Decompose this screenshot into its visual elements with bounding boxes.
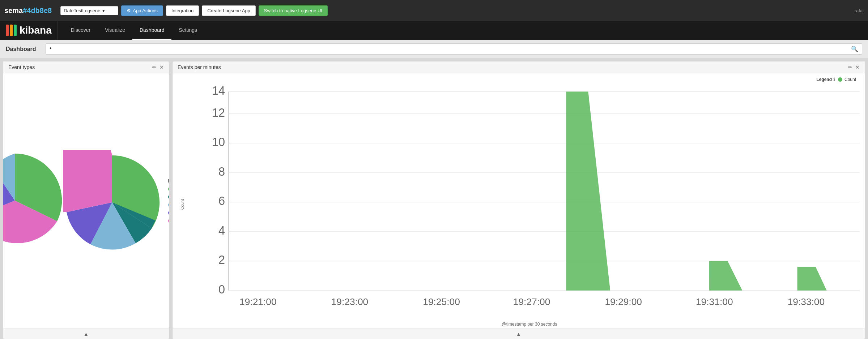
legend-dot-blue bbox=[168, 203, 169, 207]
svg-text:2: 2 bbox=[218, 253, 225, 266]
pie-chart bbox=[3, 146, 161, 256]
search-bar: Dashboard 🔍 bbox=[0, 40, 868, 58]
svg-text:19:27:00: 19:27:00 bbox=[513, 296, 550, 307]
collapse-button-right[interactable]: ▲ bbox=[516, 331, 521, 337]
close-icon-right[interactable]: ✕ bbox=[855, 64, 860, 70]
app-selector[interactable]: DateTestLogsene ▾ bbox=[60, 6, 118, 15]
kibana-stripes bbox=[6, 25, 17, 36]
app-selector-value: DateTestLogsene bbox=[64, 8, 100, 13]
panel-right-controls: ✏ ✕ bbox=[848, 64, 860, 70]
legend-area: Legend ℹ 4,799 903 4,624 bbox=[168, 179, 169, 223]
collapse-button-left[interactable]: ▲ bbox=[84, 331, 89, 337]
events-per-minutes-panel: Events per minutes ✏ ✕ Legend ℹ Count bbox=[172, 61, 865, 339]
svg-text:19:23:00: 19:23:00 bbox=[331, 296, 369, 307]
event-types-panel-header: Event types ✏ ✕ bbox=[3, 61, 169, 73]
search-input-wrap: 🔍 bbox=[46, 43, 862, 55]
chart-legend-title: Legend ℹ bbox=[816, 77, 835, 82]
event-types-footer: ▲ bbox=[3, 329, 169, 339]
search-icon[interactable]: 🔍 bbox=[851, 46, 858, 52]
pie-container: Legend ℹ 4,799 903 4,624 bbox=[7, 77, 165, 325]
chart-inner: 0 2 4 6 8 10 12 14 bbox=[188, 84, 860, 329]
svg-text:19:33:00: 19:33:00 bbox=[788, 296, 825, 307]
events-per-minutes-header: Events per minutes ✏ ✕ bbox=[173, 61, 865, 73]
nav-discover[interactable]: Discover bbox=[64, 21, 98, 40]
bar-small2 bbox=[797, 267, 827, 290]
y-axis-label-wrap: Count bbox=[178, 84, 188, 318]
svg-text:4: 4 bbox=[218, 224, 225, 237]
legend-item-0: 4,799 bbox=[168, 186, 169, 192]
kibana-text: kibana bbox=[20, 25, 52, 36]
events-chart-body: Legend ℹ Count Count bbox=[173, 73, 865, 329]
dashboard-label: Dashboard bbox=[6, 46, 42, 52]
pie-svg bbox=[63, 150, 161, 255]
kibana-logo: kibana bbox=[0, 21, 58, 40]
svg-text:14: 14 bbox=[212, 84, 225, 97]
x-axis-label: @timestamp per 30 seconds bbox=[188, 322, 860, 327]
info-icon-right: ℹ bbox=[833, 77, 835, 82]
integration-button[interactable]: Integration bbox=[166, 5, 199, 16]
kibana-nav-bar: kibana Discover Visualize Dashboard Sett… bbox=[0, 21, 868, 40]
create-logsene-app-button[interactable]: Create Logsene App bbox=[202, 5, 256, 16]
svg-text:19:21:00: 19:21:00 bbox=[239, 296, 277, 307]
gear-icon: ⚙ bbox=[127, 8, 131, 13]
svg-text:10: 10 bbox=[212, 136, 225, 149]
svg-text:6: 6 bbox=[218, 194, 225, 207]
legend-item-3: 4,672 bbox=[168, 210, 169, 215]
legend-dot-green bbox=[168, 187, 169, 191]
legend-item-2: 4,624 bbox=[168, 202, 169, 207]
user-label: rafal bbox=[855, 8, 864, 13]
edit-icon-right[interactable]: ✏ bbox=[848, 64, 852, 70]
svg-text:8: 8 bbox=[218, 165, 225, 178]
event-types-body: Legend ℹ 4,799 903 4,624 bbox=[3, 73, 169, 329]
legend-dot-purple bbox=[168, 211, 169, 215]
kibana-nav: Discover Visualize Dashboard Settings bbox=[64, 21, 204, 40]
panel-controls: ✏ ✕ bbox=[152, 64, 164, 70]
svg-text:19:31:00: 19:31:00 bbox=[696, 296, 733, 307]
events-per-minutes-title: Events per minutes bbox=[178, 64, 221, 70]
bar-small1 bbox=[709, 261, 742, 291]
svg-text:19:29:00: 19:29:00 bbox=[605, 296, 642, 307]
legend-dot-pink bbox=[168, 219, 169, 223]
stripe-orange bbox=[10, 25, 13, 36]
svg-text:12: 12 bbox=[212, 106, 225, 119]
legend-title: Legend ℹ bbox=[168, 179, 169, 184]
chart-legend-count: Count bbox=[838, 77, 856, 82]
legend-item-1: 903 bbox=[168, 194, 169, 199]
legend-item-4: 16,384 bbox=[168, 218, 169, 223]
chart-legend-row: Legend ℹ Count bbox=[178, 77, 860, 82]
pie-pink bbox=[63, 150, 112, 212]
chart-svg: 0 2 4 6 8 10 12 14 bbox=[199, 84, 860, 320]
nav-visualize[interactable]: Visualize bbox=[98, 21, 132, 40]
top-bar: sema#4db8e8 DateTestLogsene ▾ ⚙ App Acti… bbox=[0, 0, 868, 21]
stripe-red bbox=[6, 25, 9, 36]
stripe-green bbox=[14, 25, 17, 36]
sematext-logo: sema#4db8e8 bbox=[4, 7, 52, 15]
legend-dot-teal bbox=[168, 195, 169, 199]
bar-main bbox=[566, 91, 610, 290]
search-input[interactable] bbox=[50, 46, 851, 52]
legend-dot-count bbox=[838, 77, 842, 82]
event-types-title: Event types bbox=[8, 64, 35, 70]
chevron-down-icon: ▾ bbox=[102, 8, 105, 13]
y-axis-label: Count bbox=[180, 192, 184, 210]
switch-native-button[interactable]: Switch to native Logsene UI bbox=[259, 5, 328, 16]
app-actions-button[interactable]: ⚙ App Actions bbox=[121, 5, 163, 16]
svg-text:19:25:00: 19:25:00 bbox=[423, 296, 460, 307]
nav-dashboard[interactable]: Dashboard bbox=[132, 21, 172, 40]
svg-text:0: 0 bbox=[218, 283, 225, 296]
chart-area: Count bbox=[178, 84, 860, 329]
edit-icon[interactable]: ✏ bbox=[152, 64, 157, 70]
close-icon[interactable]: ✕ bbox=[159, 64, 164, 70]
nav-settings[interactable]: Settings bbox=[171, 21, 204, 40]
dashboard-content: Event types ✏ ✕ bbox=[0, 58, 868, 339]
events-chart-footer: ▲ bbox=[173, 329, 865, 339]
chart-plot-area: 0 2 4 6 8 10 12 14 bbox=[199, 84, 860, 320]
event-types-panel: Event types ✏ ✕ bbox=[3, 61, 169, 339]
